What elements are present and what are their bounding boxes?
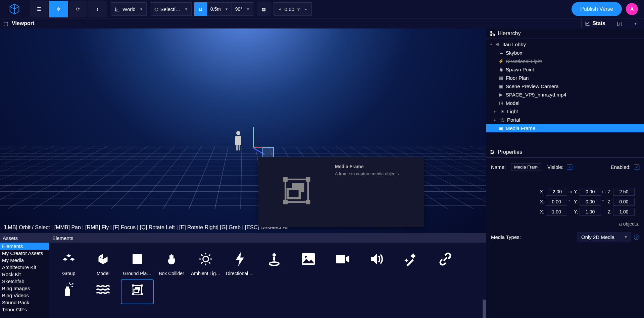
grid-size-input[interactable]: ◂ 0.00 m ▸ <box>274 2 312 16</box>
element-spawn-point[interactable] <box>258 249 291 278</box>
assets-category-architecture-kit[interactable]: Architecture Kit <box>0 264 49 271</box>
snap-angle-dropdown[interactable]: 90° ▼ <box>232 2 253 16</box>
scale-y-input[interactable] <box>580 208 601 216</box>
assets-category-bing-images[interactable]: Bing Images <box>0 285 49 292</box>
scale-tool-button[interactable]: ↕ <box>88 1 107 17</box>
position-x-input[interactable] <box>546 188 567 196</box>
stats-toggle[interactable]: Stats <box>581 19 609 28</box>
element-particle-emitter[interactable] <box>52 279 85 304</box>
increase-button[interactable]: ▸ <box>303 7 309 11</box>
hierarchy-item-skybox[interactable]: ☁Skybox <box>486 49 644 57</box>
hierarchy-item-directional-light[interactable]: ⚡Directional Light <box>486 57 644 65</box>
element-directional-light[interactable]: Directional … <box>224 249 256 278</box>
pivot-mode-dropdown[interactable]: ◎ Selecti… ▼ <box>151 2 192 16</box>
svg-point-4 <box>269 262 279 265</box>
assets-category-my-media[interactable]: My Media <box>0 257 49 264</box>
orientation-mode-dropdown[interactable]: World ▼ <box>111 2 147 16</box>
rotation-x-input[interactable] <box>546 198 567 206</box>
svg-rect-7 <box>336 255 345 263</box>
assets-sidebar: Assets Elements My Creator Assets My Med… <box>0 234 49 318</box>
assets-category-tenor-gifs[interactable]: Tenor GIFs <box>0 306 49 313</box>
position-y-input[interactable] <box>580 188 601 196</box>
elements-scrollbar[interactable] <box>483 300 486 318</box>
menu-button[interactable]: ☰ <box>30 1 48 17</box>
elements-grid: Group Model Ground Pla… Box Collider Amb… <box>49 243 486 318</box>
scale-z-input[interactable] <box>613 208 635 216</box>
element-image[interactable] <box>292 249 325 278</box>
scale-x-input[interactable] <box>546 208 567 216</box>
element-model[interactable]: Model <box>87 249 119 278</box>
svg-rect-14 <box>132 284 134 287</box>
axis-y-label: Y: <box>574 209 578 214</box>
decrease-button[interactable]: ◂ <box>277 7 283 11</box>
element-label: Box Collider <box>159 271 184 276</box>
hierarchy-item-scene-camera[interactable]: ▣Scene Preview Camera <box>486 82 644 90</box>
user-avatar[interactable]: A <box>626 3 638 15</box>
hierarchy-label: Skybox <box>506 50 522 56</box>
position-z-input[interactable] <box>613 188 635 196</box>
snap-distance-dropdown[interactable]: 0.5m ▼ <box>207 2 232 16</box>
rotation-y-input[interactable] <box>580 198 601 206</box>
element-video[interactable] <box>326 249 359 278</box>
svg-rect-27 <box>306 177 310 182</box>
element-tooltip: Media Frame A frame to capture media obj… <box>258 157 424 227</box>
axes-icon <box>114 6 120 12</box>
rotate-icon: ⟳ <box>76 6 80 12</box>
hierarchy-item-portal[interactable]: ▸◎Portal <box>486 116 644 124</box>
element-label: Directional … <box>226 271 254 276</box>
assets-category-rock-kit[interactable]: Rock Kit <box>0 271 49 278</box>
scale-icon: ↕ <box>96 6 99 12</box>
assets-category-elements[interactable]: Elements <box>0 243 49 250</box>
assets-category-bing-videos[interactable]: Bing Videos <box>0 292 49 299</box>
media-types-dropdown[interactable]: Only 2D Media ▼ <box>578 232 631 242</box>
hierarchy-item-model[interactable]: ◳Model <box>486 99 644 107</box>
element-audio[interactable] <box>360 249 393 278</box>
element-link[interactable] <box>429 249 462 278</box>
enabled-label: Enabled: <box>611 164 631 170</box>
frame-icon <box>131 282 144 298</box>
element-media-frame[interactable] <box>121 279 154 304</box>
gizmo-y-axis[interactable] <box>253 127 254 147</box>
rotation-z-input[interactable] <box>613 198 635 206</box>
orientation-mode-label: World <box>122 6 136 12</box>
axis-x-label: X: <box>540 209 544 214</box>
hierarchy-root[interactable]: ▼ ⊕ Itau Lobby <box>486 40 644 49</box>
grid-icon: ▦ <box>261 6 266 12</box>
rotate-tool-button[interactable]: ⟳ <box>69 1 87 17</box>
assets-category-sketchfab[interactable]: Sketchfab <box>0 278 49 285</box>
element-box-collider[interactable]: Box Collider <box>155 249 188 278</box>
svg-rect-15 <box>141 284 143 287</box>
element-particle[interactable] <box>395 249 428 278</box>
grid-toggle-button[interactable]: ▦ <box>257 2 271 16</box>
element-water[interactable] <box>87 279 119 304</box>
visible-checkbox[interactable]: ✓ <box>567 165 572 170</box>
element-ambient-light[interactable]: Ambient Lig… <box>189 249 222 278</box>
element-group[interactable]: Group <box>52 249 85 278</box>
assets-category-my-creator-assets[interactable]: My Creator Assets <box>0 250 49 257</box>
hierarchy-tree: ▼ ⊕ Itau Lobby ☁Skybox ⚡Directional Ligh… <box>486 39 644 134</box>
cube-icon <box>96 251 110 267</box>
tooltip-description: A frame to capture media objects. <box>335 171 400 176</box>
assets-category-sound-pack[interactable]: Sound Pack <box>0 299 49 306</box>
avatar-figure <box>233 131 243 151</box>
svg-point-2 <box>273 253 276 257</box>
move-tool-button[interactable]: ✥ <box>49 1 68 17</box>
element-ground-plane[interactable]: Ground Pla… <box>121 249 154 278</box>
shading-mode-dropdown[interactable]: Lit ▼ <box>613 19 641 28</box>
hierarchy-label: Floor Plan <box>506 75 529 81</box>
hierarchy-item-light[interactable]: ▸☀Light <box>486 107 644 116</box>
name-input[interactable] <box>511 163 541 171</box>
help-icon[interactable]: ? <box>634 235 639 240</box>
hierarchy-item-video-file[interactable]: ▶SPACE_VP9_hnmzyd.mp4 <box>486 90 644 99</box>
bolt-icon: ⚡ <box>498 59 504 64</box>
app-logo[interactable] <box>0 0 29 18</box>
hierarchy-item-media-frame[interactable]: ▣Media Frame <box>486 124 644 132</box>
snap-toggle-button[interactable]: ⊔ <box>194 2 207 16</box>
assets-category-list: Elements My Creator Assets My Media Arch… <box>0 243 49 313</box>
hierarchy-item-spawn-point[interactable]: ◉Spawn Point <box>486 65 644 74</box>
square-icon <box>131 251 144 267</box>
hierarchy-item-floor-plan[interactable]: ▦Floor Plan <box>486 74 644 82</box>
publish-button[interactable]: Publish Verse <box>572 2 622 16</box>
svg-rect-22 <box>490 34 492 36</box>
enabled-checkbox[interactable]: ✓ <box>634 165 639 170</box>
